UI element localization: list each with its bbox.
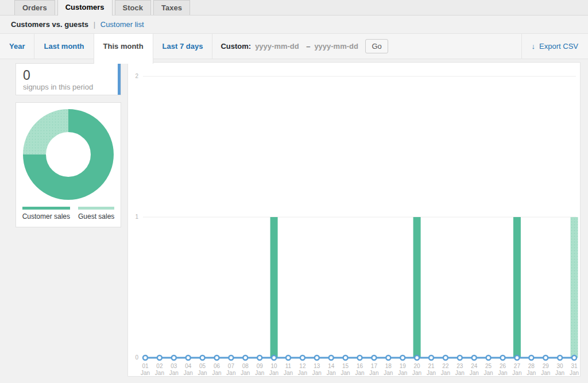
legend-guest-sales: Guest sales (78, 207, 114, 220)
x-tick-month: Jan (355, 370, 364, 376)
range-filters: YearLast monthThis monthLast 7 days (0, 34, 212, 59)
range-year[interactable]: Year (0, 34, 34, 59)
x-tick-month: Jan (284, 370, 293, 376)
tab-orders[interactable]: Orders (14, 0, 55, 15)
x-tick-day: 05 (199, 363, 206, 369)
x-tick-day: 17 (371, 363, 378, 369)
sales-share-card: Customer salesGuest sales (16, 102, 121, 227)
marker-signups-08 (243, 355, 247, 360)
x-tick-month: Jan (255, 370, 264, 376)
x-tick-month: Jan (298, 370, 307, 376)
x-tick-day: 07 (228, 363, 235, 369)
custom-label: Custom: (220, 42, 251, 51)
x-tick-day: 04 (185, 363, 192, 369)
x-tick-month: Jan (141, 370, 150, 376)
marker-signups-26 (501, 355, 505, 360)
marker-signups-19 (400, 355, 405, 360)
x-tick-day: 16 (357, 363, 363, 369)
x-tick-month: Jan (312, 370, 322, 376)
x-tick-day: 10 (271, 363, 278, 369)
marker-signups-06 (215, 355, 219, 360)
x-tick-month: Jan (184, 370, 193, 376)
x-tick-day: 09 (257, 363, 264, 369)
signups-accent-bar (118, 64, 121, 95)
marker-signups-24 (472, 355, 477, 360)
x-tick-day: 15 (342, 363, 349, 369)
bar-customer-sales-27 (513, 217, 521, 358)
marker-signups-27 (514, 355, 519, 360)
report-tabs: OrdersCustomersStockTaxes (0, 0, 588, 16)
marker-signups-23 (458, 355, 462, 360)
marker-signups-02 (157, 355, 162, 360)
bar-guest-sales-31 (571, 217, 578, 358)
x-tick-day: 01 (142, 363, 149, 369)
customer-list-link[interactable]: Customer list (100, 20, 144, 29)
marker-signups-11 (286, 355, 291, 360)
date-from-input[interactable] (255, 42, 302, 51)
x-tick-day: 08 (242, 363, 249, 369)
x-tick-day: 06 (214, 363, 220, 369)
x-tick-month: Jan (384, 370, 393, 376)
x-tick-month: Jan (226, 370, 235, 376)
legend-customer-sales: Customer sales (22, 207, 70, 220)
range-this-month[interactable]: This month (94, 34, 153, 64)
marker-signups-16 (358, 355, 362, 360)
marker-signups-31 (572, 355, 577, 360)
report-subnav: Customers vs. guests | Customer list (11, 20, 144, 29)
x-tick-month: Jan (155, 370, 164, 376)
marker-signups-10 (272, 355, 276, 360)
range-last-7-days[interactable]: Last 7 days (153, 34, 213, 59)
tab-stock[interactable]: Stock (115, 0, 151, 15)
x-tick-month: Jan (427, 370, 436, 376)
x-tick-day: 11 (285, 363, 292, 369)
signups-count: 0 (23, 68, 114, 83)
x-tick-day: 21 (428, 363, 435, 369)
x-tick-month: Jan (327, 370, 336, 376)
marker-signups-20 (415, 355, 419, 360)
date-to-input[interactable] (314, 42, 361, 51)
marker-signups-22 (443, 355, 448, 360)
x-tick-day: 26 (500, 363, 506, 369)
x-tick-day: 31 (571, 363, 578, 369)
bar-customer-sales-10 (270, 217, 278, 358)
download-icon: ↓ (532, 42, 536, 51)
marker-signups-29 (543, 355, 548, 360)
x-tick-month: Jan (555, 370, 564, 376)
date-range-dash: – (306, 42, 310, 51)
marker-signups-09 (257, 355, 262, 360)
x-tick-month: Jan (570, 370, 579, 376)
x-tick-day: 13 (314, 363, 320, 369)
tab-customers[interactable]: Customers (57, 0, 113, 16)
x-tick-month: Jan (484, 370, 493, 376)
y-tick-label: 1 (135, 214, 138, 220)
tab-taxes[interactable]: Taxes (153, 0, 190, 15)
subnav-separator: | (94, 20, 95, 29)
marker-signups-28 (529, 355, 533, 360)
x-tick-day: 03 (171, 363, 177, 369)
marker-signups-12 (300, 355, 305, 360)
y-tick-label: 2 (135, 73, 138, 79)
marker-signups-13 (315, 355, 319, 360)
marker-signups-18 (386, 355, 390, 360)
go-button[interactable]: Go (365, 39, 388, 53)
marker-signups-04 (186, 355, 191, 360)
x-tick-day: 14 (328, 363, 335, 369)
donut-chart (16, 109, 121, 202)
x-tick-day: 29 (543, 363, 550, 369)
export-csv-button[interactable]: ↓ Export CSV (521, 34, 588, 59)
x-tick-day: 27 (514, 363, 521, 369)
x-tick-month: Jan (541, 370, 550, 376)
custom-range: Custom: – Go (212, 34, 396, 59)
marker-signups-05 (200, 355, 205, 360)
x-tick-month: Jan (341, 370, 350, 376)
x-tick-day: 12 (299, 363, 306, 369)
x-tick-month: Jan (441, 370, 450, 376)
x-tick-month: Jan (512, 370, 521, 376)
x-tick-month: Jan (169, 370, 179, 376)
range-last-month[interactable]: Last month (34, 34, 94, 59)
x-tick-day: 18 (385, 363, 392, 369)
x-tick-day: 02 (156, 363, 163, 369)
donut-legend: Customer salesGuest sales (16, 207, 121, 220)
marker-signups-17 (372, 355, 376, 360)
x-tick-day: 22 (442, 363, 449, 369)
